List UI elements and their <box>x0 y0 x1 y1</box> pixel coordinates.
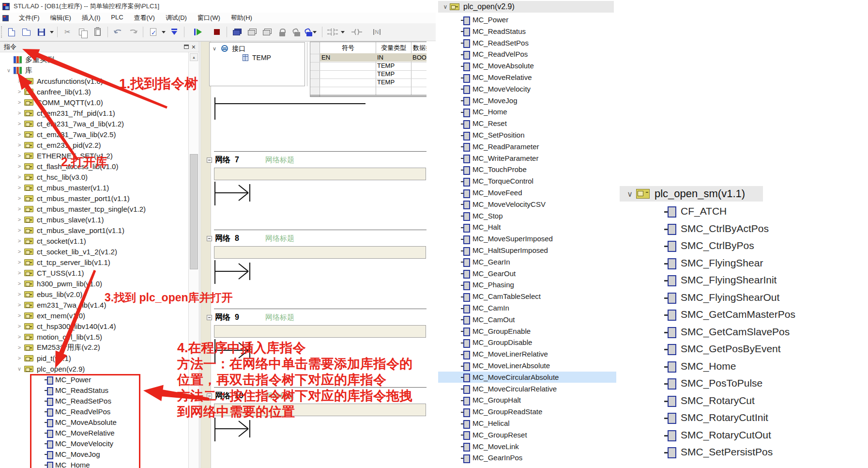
library-function-item[interactable]: MC_Stop <box>438 210 617 221</box>
library-function-item[interactable]: MC_ReadParameter <box>438 141 617 152</box>
library-function-item[interactable]: SMC_SetPersistPos <box>620 444 852 460</box>
chevron-icon[interactable]: > <box>15 121 24 126</box>
chevron-icon[interactable]: > <box>15 174 24 180</box>
collapse-icon[interactable] <box>207 157 212 163</box>
library-function-item[interactable]: MC_CamOut <box>438 314 617 325</box>
library-function-item[interactable]: MC_MoveLinerAbsolute <box>438 360 617 371</box>
chevron-icon[interactable]: > <box>15 185 24 190</box>
collapse-icon[interactable] <box>207 315 212 320</box>
network-comment-bar[interactable] <box>214 404 426 416</box>
chevron-icon[interactable]: > <box>15 291 24 297</box>
library-function-item[interactable]: SMC_RotaryCutOut <box>620 427 852 443</box>
library-function-item[interactable]: MC_MoveFeed <box>438 187 617 198</box>
library-function-item[interactable]: SMC_PosToPulse <box>620 375 852 391</box>
close-icon[interactable]: × <box>192 44 196 50</box>
chevron-icon[interactable]: > <box>15 217 24 222</box>
tree-item[interactable]: > pid_t(v1.1) <box>0 353 188 363</box>
tree-scrollbar[interactable]: ▴ <box>188 52 199 468</box>
library-function-item[interactable]: MC_MoveSuperImposed <box>438 233 617 244</box>
chevron-icon[interactable]: > <box>15 249 24 254</box>
collapse-icon[interactable] <box>207 393 212 399</box>
library-function-item[interactable]: SMC_GetCamMasterPos <box>620 307 852 322</box>
tree-item[interactable]: > h300_pwm_lib(v1.0) <box>0 278 188 289</box>
network-comment-bar[interactable] <box>214 168 426 180</box>
library-function-item[interactable]: MC_GroupReadState <box>438 406 617 417</box>
chevron-icon[interactable]: > <box>15 163 24 169</box>
library-function-item[interactable]: MC_ReadVelPos <box>438 48 617 60</box>
library-function-item[interactable]: MC_TouchProbe <box>438 164 617 175</box>
tree-item[interactable]: > ct_tcp_server_lib(v1.1) <box>0 257 188 267</box>
library-function-item[interactable]: MC_Power <box>438 14 617 25</box>
tree-item[interactable]: 多重实例 <box>0 54 188 65</box>
chevron-icon[interactable]: ∨ <box>15 366 24 372</box>
library-function-item[interactable]: SMC_CtrlByPos <box>620 238 852 253</box>
chevron-icon[interactable]: > <box>15 270 24 276</box>
library-function-item[interactable]: MC_GearOut <box>438 268 617 279</box>
library-function-item[interactable]: MC_Reset <box>438 118 617 129</box>
library-function-item[interactable]: MC_Phasing <box>438 279 617 290</box>
library-function-item[interactable]: MC_HaltSuperImposed <box>438 245 617 256</box>
library-function-item[interactable]: MC_MoveVelocityCSV <box>438 199 617 210</box>
tree-item[interactable]: > ct_em231_7wa_d_lib(v1.2) <box>0 118 188 129</box>
network-block[interactable]: 网络 10 网络标题 <box>199 387 426 466</box>
tree-item[interactable]: > ct_mbus_master(v1.1) <box>0 182 188 193</box>
network-comment-bar[interactable] <box>214 325 426 338</box>
network-block[interactable]: 网络 8 网络标题 <box>199 230 426 308</box>
library-function-item[interactable]: CF_ATCH <box>620 203 852 219</box>
library-function-item[interactable]: MC_SetPosition <box>438 129 617 140</box>
tree-item[interactable]: > CT_USS(v1.1) <box>0 267 188 278</box>
chevron-icon[interactable]: > <box>15 281 24 286</box>
chevron-icon[interactable]: > <box>15 302 24 308</box>
chevron-icon[interactable]: > <box>15 89 24 94</box>
chevron-icon[interactable]: > <box>15 78 24 84</box>
tree-item[interactable]: > motion_ctrl_lib(v1.5) <box>0 331 188 342</box>
chevron-icon[interactable]: > <box>15 344 24 350</box>
library-function-item[interactable]: MC_GroupReset <box>438 429 617 440</box>
library-function-item[interactable]: MC_MoveCircularRelative <box>438 383 617 394</box>
collapse-icon[interactable] <box>207 236 212 241</box>
library-function-item[interactable]: MC_GroupDisable <box>438 337 617 348</box>
chevron-icon[interactable]: > <box>15 131 24 137</box>
chevron-icon[interactable]: > <box>15 206 24 212</box>
library-function-item[interactable]: MC_WriteParameter <box>438 153 617 164</box>
tree-item[interactable]: > ct_mbus_slave_port1(v1.1) <box>0 225 188 235</box>
chevron-icon[interactable]: > <box>15 142 24 148</box>
tree-item[interactable]: > EM253专用库(v2.2) <box>0 342 188 353</box>
scroll-up-icon[interactable]: ▴ <box>190 53 198 61</box>
library-function-item[interactable]: MC_MoveVelocity <box>438 83 617 94</box>
tree-item[interactable]: > ct_hsc_lib(v3.0) <box>0 172 188 182</box>
chevron-icon[interactable]: > <box>15 334 24 340</box>
chevron-icon[interactable]: > <box>15 259 24 265</box>
network-title-placeholder[interactable]: 网络标题 <box>265 391 294 401</box>
tree-item[interactable]: > ct_em231_pid(v2.2) <box>0 140 188 150</box>
tree-item[interactable]: > COMM_MQTT(v1.0) <box>0 97 188 108</box>
network-comment-bar[interactable] <box>214 246 426 259</box>
library-function-item[interactable]: SMC_GetCamSlavePos <box>620 324 852 340</box>
library-function-item[interactable]: MC_GroupHalt <box>438 394 617 406</box>
library-function-item[interactable]: MC_GearIn <box>438 256 617 267</box>
chevron-icon[interactable]: > <box>15 227 24 233</box>
library-function-item[interactable]: MC_MoveLinerRelative <box>438 348 617 359</box>
chevron-icon[interactable]: > <box>15 153 24 158</box>
tree-item[interactable]: > ct_mbus_master_tcp_single(v1.2) <box>0 203 188 214</box>
library-function-item[interactable]: MC_GearInPos <box>438 452 617 463</box>
tree-item[interactable]: > ct_em231_7wa_lib(v2.5) <box>0 129 188 140</box>
tree-item[interactable]: > ext_mem(v1.0) <box>0 310 188 321</box>
network-title-placeholder[interactable]: 网络标题 <box>265 234 294 243</box>
library-function-item[interactable]: MC_ReadSetPos <box>438 37 617 48</box>
chevron-icon[interactable]: > <box>15 238 24 244</box>
tree-item[interactable]: > ct_socket_lib_v1_2(v1.2) <box>0 246 188 257</box>
network-title-placeholder[interactable]: 网络标题 <box>265 313 294 322</box>
tree-item[interactable]: > ct_socket(v1.1) <box>0 235 188 246</box>
library-function-item[interactable]: MC_TorqueControl <box>438 175 617 187</box>
tree-item[interactable]: ∨ plc_open(v2.9) <box>0 363 188 374</box>
library-function-item[interactable]: SMC_CtrlByActPos <box>620 221 852 236</box>
library-function-item[interactable]: SMC_FlyingShearInit <box>620 272 852 288</box>
tree-item[interactable]: > ct_mbus_slave(v1.1) <box>0 214 188 225</box>
library-function-item[interactable]: MC_Halt <box>438 221 617 233</box>
tree-item[interactable]: > ct_hsp300_libv140(v1.4) <box>0 321 188 331</box>
library-function-item[interactable]: MC_CamTableSelect <box>438 291 617 302</box>
library-function-item[interactable]: SMC_GetPosByEvent <box>620 341 852 357</box>
library-function-item[interactable]: SMC_FlyingShearOut <box>620 290 852 305</box>
chevron-icon[interactable]: > <box>15 99 24 105</box>
